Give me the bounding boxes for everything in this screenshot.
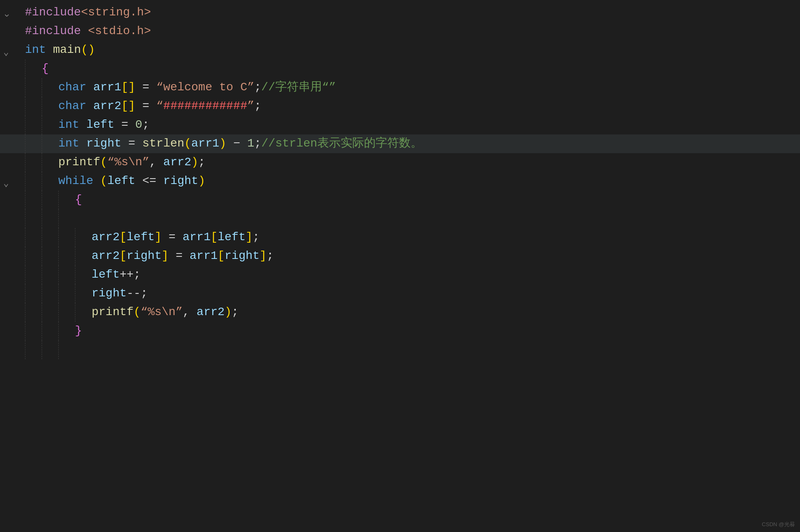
- token-c-semi: ;: [142, 118, 150, 131]
- token-c-paren: (: [100, 174, 107, 187]
- fold-arrow-open[interactable]: ⌄: [3, 177, 9, 191]
- code-line-6: char arr2[] = “############”;: [0, 97, 800, 116]
- token-c-operator: =: [169, 249, 189, 262]
- token-c-varname: right: [86, 137, 121, 150]
- token-c-comma: ,: [149, 156, 163, 169]
- code-line-1: ›#include<string.h>: [0, 3, 800, 22]
- token-c-comment: //字符串用“”: [261, 81, 336, 94]
- line-content: [75, 341, 792, 358]
- indent-guide: [42, 247, 42, 266]
- line-content: int main(): [25, 41, 792, 59]
- token-c-varname: left: [127, 231, 155, 244]
- code-line-16: right--;: [0, 284, 800, 303]
- line-content: left++;: [92, 266, 792, 283]
- line-content: #include<string.h>: [25, 3, 792, 21]
- token-c-paren: ): [219, 137, 227, 150]
- token-c-keyword: char: [58, 81, 93, 94]
- token-c-string-q: ”: [247, 99, 254, 112]
- line-content: printf(“%s\n”, arr2);: [58, 153, 792, 171]
- code-line-15: left++;: [0, 266, 800, 284]
- token-c-paren: ): [198, 174, 205, 187]
- token-c-string-q: “welcome to C”: [156, 81, 254, 94]
- indent-guide: [42, 116, 42, 134]
- line-content: #include <stdio.h>: [25, 22, 792, 40]
- token-c-keyword: int: [58, 118, 86, 131]
- token-c-string: <stdio.h>: [88, 25, 151, 37]
- code-line-10: ⌄while (left <= right): [0, 172, 800, 191]
- fold-arrow-close[interactable]: ›: [0, 12, 13, 18]
- indent-guide: [42, 322, 42, 341]
- token-c-semi: ;: [141, 287, 148, 300]
- code-editor: ›#include<string.h>#include <stdio.h>⌄in…: [0, 0, 800, 363]
- line-content: {: [42, 60, 792, 77]
- token-c-keyword: char: [58, 99, 93, 112]
- indent-guide: [75, 284, 75, 303]
- token-c-operator: =: [121, 137, 142, 150]
- indent-guide: [58, 191, 59, 209]
- token-c-operator: <=: [135, 174, 163, 187]
- indent-guide: [75, 247, 75, 266]
- token-c-semi: ;: [254, 137, 262, 150]
- code-line-9: printf(“%s\n”, arr2);: [0, 153, 800, 172]
- indent-guide: [75, 266, 75, 284]
- token-c-paren: (): [81, 43, 95, 56]
- token-c-operator: −: [226, 137, 247, 150]
- code-line-5: char arr1[] = “welcome to C”;//字符串用“”: [0, 78, 800, 97]
- indent-guide: [58, 341, 59, 359]
- line-content: int left = 0;: [58, 116, 792, 134]
- token-c-paren: (: [134, 306, 141, 318]
- token-c-varname: right: [92, 287, 127, 300]
- indent-guide: [25, 303, 25, 322]
- token-c-varname: right: [127, 249, 162, 262]
- token-c-include: #include: [25, 25, 88, 37]
- token-c-sq-bracket: [: [218, 249, 225, 262]
- token-c-string-q: “%s\n”: [141, 306, 183, 318]
- token-c-comma: ,: [182, 306, 197, 318]
- indent-guide: [58, 303, 59, 322]
- indent-guide: [25, 78, 25, 97]
- indent-guide: [25, 172, 25, 191]
- token-c-hash-str: ############: [163, 99, 247, 112]
- token-c-varname: arr1: [93, 81, 121, 94]
- code-line-8: int right = strlen(arr1) − 1;//strlen表示实…: [0, 134, 800, 153]
- token-c-varname: arr1: [191, 137, 219, 150]
- token-c-varname: arr2: [163, 156, 191, 169]
- indent-guide: [42, 341, 42, 359]
- indent-guide: [75, 228, 75, 247]
- indent-guide: [25, 191, 25, 209]
- token-c-string-q: “: [156, 99, 163, 112]
- fold-arrow-open[interactable]: ⌄: [3, 46, 9, 60]
- code-line-13: arr2[left] = arr1[left];: [0, 228, 800, 247]
- code-line-11: {: [0, 191, 800, 209]
- line-content: char arr2[] = “############”;: [58, 97, 792, 115]
- indent-guide: [25, 322, 25, 341]
- token-c-sq-bracket: ]: [246, 231, 253, 244]
- indent-guide: [58, 284, 59, 303]
- token-c-paren: ): [191, 156, 198, 169]
- token-c-string: <string.h>: [81, 6, 151, 19]
- token-c-semi: ;: [232, 306, 239, 318]
- indent-guide: [25, 266, 25, 284]
- token-c-varname: arr1: [189, 249, 217, 262]
- token-c-varname: left: [218, 231, 246, 244]
- token-c-operator: =: [114, 118, 135, 131]
- token-c-varname: right: [224, 249, 259, 262]
- token-c-curly: {: [75, 193, 82, 206]
- token-c-paren: ): [224, 306, 232, 318]
- token-c-keyword: int: [58, 137, 86, 150]
- indent-guide: [25, 134, 25, 153]
- token-c-number: 1: [247, 137, 254, 150]
- token-c-varname: arr2: [197, 306, 224, 318]
- code-line-7: int left = 0;: [0, 116, 800, 134]
- code-line-3: ⌄int main(): [0, 41, 800, 60]
- token-c-operator: =: [135, 99, 156, 112]
- token-c-varname: arr2: [92, 249, 120, 262]
- code-line-18: }: [0, 322, 800, 341]
- indent-guide: [42, 172, 42, 191]
- token-c-func: strlen: [142, 137, 184, 150]
- indent-guide: [25, 116, 25, 134]
- indent-guide: [58, 322, 59, 341]
- token-c-semi: ;: [253, 231, 260, 244]
- indent-guide: [42, 209, 42, 228]
- token-c-varname: arr2: [92, 231, 120, 244]
